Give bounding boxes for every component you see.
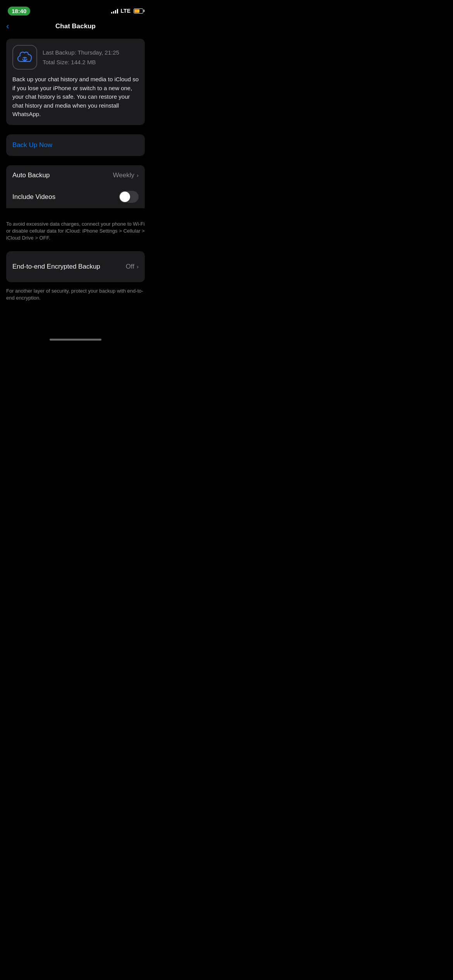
signal-bars-icon: [111, 8, 118, 14]
last-backup-label: Last Backup: Thursday, 21:25: [43, 48, 119, 57]
back-button[interactable]: ‹: [6, 22, 9, 31]
encrypted-hint-text: For another layer of security, protect y…: [6, 285, 145, 304]
battery-icon: ⚡: [134, 9, 143, 14]
auto-backup-chevron-icon: ›: [137, 172, 139, 178]
backup-now-card[interactable]: Back Up Now: [6, 134, 145, 156]
cloud-backup-icon: [16, 50, 33, 64]
signal-bar-1: [111, 12, 112, 14]
status-time: 18:40: [8, 7, 30, 15]
wifi-hint-text: To avoid excessive data charges, connect…: [6, 218, 145, 243]
backup-description: Back up your chat history and media to i…: [12, 75, 139, 119]
backup-meta: Last Backup: Thursday, 21:25 Total Size:…: [43, 48, 119, 66]
status-icons: LTE ⚡: [111, 8, 143, 14]
encrypted-backup-value: Off: [126, 263, 134, 271]
home-bar: [50, 339, 101, 341]
signal-bar-2: [113, 11, 114, 14]
lte-label: LTE: [121, 8, 130, 14]
encrypted-backup-label: End-to-end Encrypted Backup: [12, 263, 100, 271]
encrypted-backup-chevron-icon: ›: [137, 263, 139, 270]
backup-info-card: Last Backup: Thursday, 21:25 Total Size:…: [6, 39, 145, 125]
include-videos-toggle[interactable]: [119, 191, 139, 203]
signal-bar-3: [115, 10, 116, 14]
home-indicator: [0, 331, 151, 344]
auto-backup-label: Auto Backup: [12, 171, 50, 179]
page-title: Chat Backup: [55, 22, 96, 30]
battery-fill: ⚡: [134, 9, 139, 13]
include-videos-row: Include Videos: [6, 185, 145, 208]
cloud-icon-container: [12, 45, 37, 70]
auto-backup-card: Auto Backup Weekly › Include Videos: [6, 165, 145, 209]
include-videos-label: Include Videos: [12, 193, 55, 201]
battery-bolt-icon: ⚡: [137, 9, 141, 13]
total-size-label: Total Size: 144.2 MB: [43, 58, 119, 66]
status-bar: 18:40 LTE ⚡: [0, 0, 151, 19]
encrypted-backup-row[interactable]: End-to-end Encrypted Backup Off ›: [12, 257, 139, 277]
content-area: Last Backup: Thursday, 21:25 Total Size:…: [0, 35, 151, 308]
backup-header: Last Backup: Thursday, 21:25 Total Size:…: [12, 45, 139, 70]
battery-body: ⚡: [134, 9, 143, 14]
encrypted-backup-card[interactable]: End-to-end Encrypted Backup Off ›: [6, 251, 145, 282]
auto-backup-value-container: Weekly ›: [113, 171, 139, 179]
auto-backup-value: Weekly: [113, 171, 134, 179]
back-chevron-icon: ‹: [6, 22, 9, 31]
backup-now-button[interactable]: Back Up Now: [12, 141, 52, 149]
auto-backup-row[interactable]: Auto Backup Weekly ›: [6, 165, 145, 185]
toggle-thumb: [120, 192, 130, 202]
encrypted-backup-value-container: Off ›: [126, 263, 139, 271]
nav-bar: ‹ Chat Backup: [0, 19, 151, 35]
signal-bar-4: [117, 9, 118, 14]
